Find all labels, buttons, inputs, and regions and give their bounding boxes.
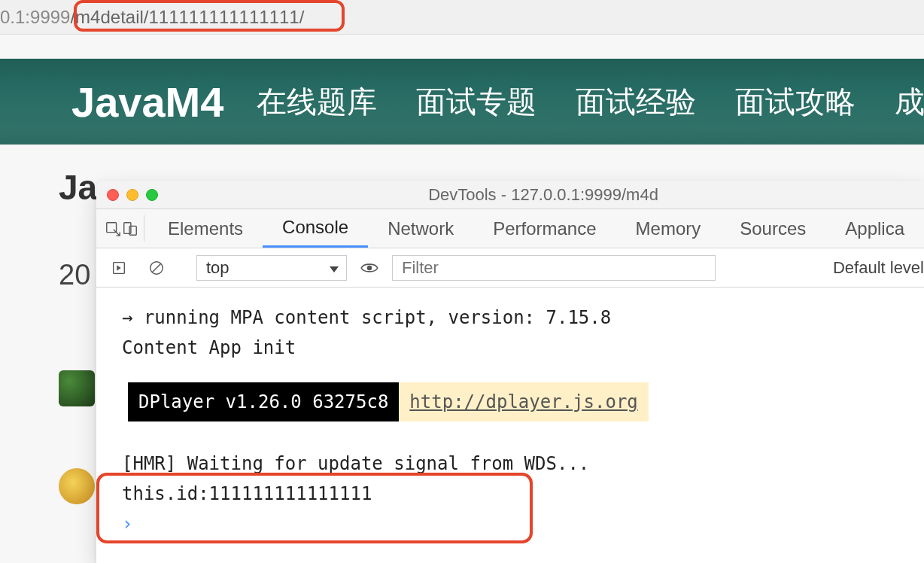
console-output: → running MPA content script, version: 7… (96, 288, 924, 539)
tab-elements[interactable]: Elements (148, 209, 263, 248)
close-icon[interactable] (107, 189, 119, 201)
toggle-sidebar-icon[interactable] (104, 260, 134, 276)
live-expression-icon[interactable] (354, 258, 384, 278)
brand-title[interactable]: JavaM4 (71, 78, 223, 126)
console-line: this.id:111111111111111 (122, 479, 909, 509)
context-select[interactable]: top (196, 255, 347, 281)
window-controls (107, 189, 158, 201)
browser-address-bar[interactable]: 0.1:9999/m4detail/111111111111111/ (0, 0, 924, 35)
console-line: → running MPA content script, version: 7… (122, 303, 909, 333)
console-prompt[interactable]: › (122, 509, 909, 539)
minimize-icon[interactable] (126, 189, 138, 201)
devtools-tabs: Elements Console Network Performance Mem… (96, 209, 924, 248)
context-select-value: top (206, 258, 229, 278)
svg-line-5 (153, 263, 161, 272)
console-line: Content App init (122, 333, 909, 363)
tab-memory[interactable]: Memory (616, 209, 721, 248)
address-path: /m4detail/111111111111111/ (70, 7, 304, 28)
avatar (59, 468, 95, 504)
avatar (59, 370, 95, 406)
dplayer-link[interactable]: http://dplayer.js.org (399, 382, 648, 421)
console-line: [HMR] Waiting for update signal from WDS… (122, 449, 909, 479)
nav-item-partial[interactable]: 成 (895, 81, 924, 123)
device-toggle-icon[interactable] (121, 209, 138, 248)
devtools-titlebar: DevTools - 127.0.0.1:9999/m4d (96, 181, 924, 209)
log-levels-select[interactable]: Default level (833, 258, 924, 278)
svg-point-6 (367, 265, 372, 270)
nav-item-interview-topics[interactable]: 面试专题 (416, 81, 536, 123)
console-toolbar: top Default level (96, 248, 924, 288)
tab-sources[interactable]: Sources (720, 209, 825, 248)
separator (144, 215, 144, 242)
tab-console[interactable]: Console (263, 209, 368, 248)
nav-item-experience[interactable]: 面试经验 (576, 81, 696, 123)
nav-item-questions[interactable]: 在线题库 (257, 81, 377, 123)
console-filter-input[interactable] (392, 255, 716, 281)
devtools-title: DevTools - 127.0.0.1:9999/m4d (173, 185, 913, 205)
console-badge-row: DPlayer v1.26.0 63275c8 http://dplayer.j… (128, 382, 909, 421)
maximize-icon[interactable] (146, 189, 158, 201)
address-host: 0.1:9999 (0, 7, 70, 28)
tab-application[interactable]: Applica (825, 209, 924, 248)
nav-item-strategy[interactable]: 面试攻略 (735, 81, 856, 123)
site-nav: JavaM4 在线题库 面试专题 面试经验 面试攻略 成 (0, 59, 924, 145)
inspect-icon[interactable] (104, 209, 121, 248)
clear-console-icon[interactable] (141, 260, 172, 276)
devtools-window: DevTools - 127.0.0.1:9999/m4d Elements C… (96, 181, 924, 563)
tab-performance[interactable]: Performance (473, 209, 615, 248)
dplayer-badge: DPlayer v1.26.0 63275c8 (128, 382, 399, 421)
tab-network[interactable]: Network (368, 209, 473, 248)
